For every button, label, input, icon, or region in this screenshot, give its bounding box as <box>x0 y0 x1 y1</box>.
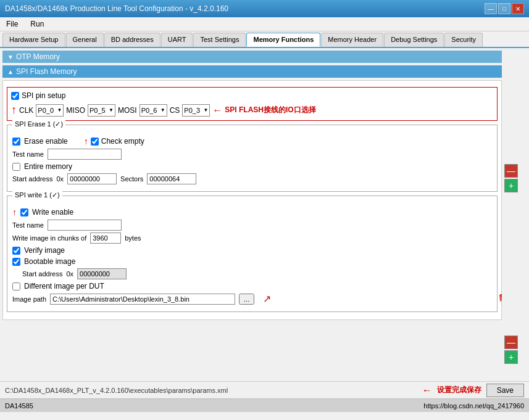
entire-memory-checkbox[interactable] <box>12 163 20 171</box>
write-chunks-label: Write image in chunks of <box>12 234 86 242</box>
erase-enable-label: Erase enable <box>24 137 68 146</box>
save-area: ← 设置完成保存 Save <box>422 384 524 397</box>
image-path-label: Image path <box>12 295 46 303</box>
spi-pin-setup-checkbox[interactable] <box>11 92 19 100</box>
write-remove-button[interactable]: — <box>504 336 518 349</box>
verify-checkbox[interactable] <box>12 247 20 255</box>
tabs-container: Hardware Setup General BD addresses UART… <box>0 31 529 48</box>
erase-remove-button[interactable]: — <box>504 164 518 178</box>
spi-triangle: ▲ <box>7 68 14 75</box>
title-buttons: — □ ✕ <box>485 3 524 14</box>
test-name-label-write: Test name <box>12 221 44 229</box>
main-scroll-panel: ▼ OTP Memory ▲ SPI Flash Memory SPI pin … <box>2 51 502 379</box>
tab-memory-functions[interactable]: Memory Functions <box>246 33 320 47</box>
miso-label: MISO <box>66 106 85 115</box>
bootable-checkbox[interactable] <box>12 258 20 266</box>
erase-side-buttons: — + <box>504 164 527 192</box>
test-name-row-write: Test name <box>12 220 492 231</box>
bootable-row: Bootable image <box>12 257 492 266</box>
bootable-label: Bootable image <box>24 257 75 266</box>
start-address-label-erase: Start address <box>12 175 52 183</box>
image-path-row: Image path ... ↗ 需要下载的BIN路径选择 <box>12 293 492 305</box>
status-path: C:\DA1458x_DA1468x_PLT_v_4.2.0.160\execu… <box>5 387 228 394</box>
spi-section-header[interactable]: ▲ SPI Flash Memory <box>2 65 502 78</box>
tab-bd-addresses[interactable]: BD addresses <box>104 33 160 47</box>
browse-button[interactable]: ... <box>239 294 254 305</box>
close-button[interactable]: ✕ <box>512 3 524 14</box>
otp-section-header[interactable]: ▼ OTP Memory <box>2 51 502 63</box>
check-empty-label: Check empty <box>101 137 144 146</box>
spi-pin-row: ↑ CLK P0_0 MISO P0_5 MOSI P0_6 CS P <box>11 104 493 117</box>
otp-section-label: OTP Memory <box>16 52 60 61</box>
mosi-select[interactable]: P0_6 <box>140 104 167 117</box>
spi-section-label: SPI Flash Memory <box>16 67 77 76</box>
start-address-label-write: Start address <box>22 270 62 278</box>
tab-uart[interactable]: UART <box>161 33 193 47</box>
write-enable-row: ↑ Write enable <box>12 207 492 217</box>
save-annotation: 设置完成保存 <box>437 385 481 395</box>
save-arrow-icon: ← <box>422 385 432 396</box>
test-name-input-erase[interactable] <box>48 149 122 160</box>
write-enable-checkbox[interactable] <box>20 208 28 216</box>
start-address-input-write[interactable] <box>77 268 127 279</box>
test-name-row-erase: Test name <box>12 149 492 160</box>
clk-select[interactable]: P0_0 <box>36 104 64 117</box>
spi-io-annotation: SPI FLASH接线的IO口选择 <box>225 105 315 115</box>
cs-label: CS <box>170 106 180 115</box>
spi-erase-title: SPI Erase 1 (✓) <box>12 120 65 128</box>
spi-pin-setup-box: SPI pin setup ↑ CLK P0_0 MISO P0_5 MOSI <box>7 87 498 121</box>
save-button[interactable]: Save <box>486 384 524 397</box>
bottom-left-label: DA14585 <box>5 402 33 410</box>
entire-memory-label: Entire memory <box>24 162 72 171</box>
menu-run[interactable]: Run <box>27 19 48 30</box>
clk-label: CLK <box>19 106 33 115</box>
bottom-right-label: https://blog.csdn.net/qq_2417960 <box>423 402 524 410</box>
test-name-label-erase: Test name <box>12 150 44 158</box>
tab-test-settings[interactable]: Test Settings <box>193 33 246 47</box>
diff-image-checkbox[interactable] <box>12 282 20 290</box>
bin-path-annotation: 需要下载的BIN路径选择 <box>499 293 502 303</box>
spi-write-title: SPI write 1 (✓) <box>12 191 62 199</box>
start-address-prefix-erase: 0x <box>56 175 64 183</box>
menu-bar: File Run <box>0 17 529 31</box>
otp-triangle: ▼ <box>7 54 14 60</box>
tab-debug-settings[interactable]: Debug Settings <box>384 33 444 47</box>
tab-general[interactable]: General <box>66 33 104 47</box>
check-empty-arrow-icon: ↑ <box>84 136 88 146</box>
miso-select[interactable]: P0_5 <box>88 104 115 117</box>
image-path-input[interactable] <box>50 294 235 305</box>
write-chunks-input[interactable] <box>90 233 121 244</box>
check-empty-checkbox[interactable] <box>91 138 99 146</box>
start-address-row-erase: Start address 0x Sectors <box>12 173 492 184</box>
spi-erase-group: SPI Erase 1 (✓) Erase enable ↑ Check emp… <box>7 125 498 192</box>
tab-security[interactable]: Security <box>444 33 483 47</box>
write-chunks-row: Write image in chunks of bytes <box>12 233 492 244</box>
start-address-input-erase[interactable] <box>67 173 117 184</box>
entire-memory-row: Entire memory <box>12 162 492 171</box>
sectors-input[interactable] <box>147 173 196 184</box>
menu-file[interactable]: File <box>2 19 22 30</box>
window-title: DA1458x/DA1468x Production Line Tool Con… <box>5 4 228 13</box>
cs-select[interactable]: P0_3 <box>182 104 210 117</box>
erase-enable-checkbox[interactable] <box>12 138 20 146</box>
write-add-button[interactable]: + <box>504 350 518 364</box>
spi-flash-content: SPI pin setup ↑ CLK P0_0 MISO P0_5 MOSI <box>2 80 502 320</box>
minimize-button[interactable]: — <box>485 3 497 14</box>
spi-pin-arrow-icon: ↑ <box>11 104 17 117</box>
diff-image-row: Different image per DUT <box>12 282 492 290</box>
side-buttons: — + — + <box>504 51 527 379</box>
title-bar: DA1458x/DA1468x Production Line Tool Con… <box>0 0 529 17</box>
erase-add-button[interactable]: + <box>504 179 518 192</box>
spi-annotation-arrow-icon: ← <box>212 105 222 116</box>
bin-path-arrow-icon: ↗ <box>263 293 271 305</box>
write-chunks-unit: bytes <box>125 234 141 242</box>
maximize-button[interactable]: □ <box>498 3 510 14</box>
tab-memory-header[interactable]: Memory Header <box>321 33 383 47</box>
tab-hardware-setup[interactable]: Hardware Setup <box>2 33 65 47</box>
start-address-prefix-write: 0x <box>66 270 73 278</box>
test-name-input-write[interactable] <box>48 220 122 231</box>
status-bar: C:\DA1458x_DA1468x_PLT_v_4.2.0.160\execu… <box>0 381 529 398</box>
write-side-buttons: — + <box>504 336 527 364</box>
verify-label: Verify image <box>24 246 65 255</box>
spi-setup-header: SPI pin setup <box>11 91 493 100</box>
